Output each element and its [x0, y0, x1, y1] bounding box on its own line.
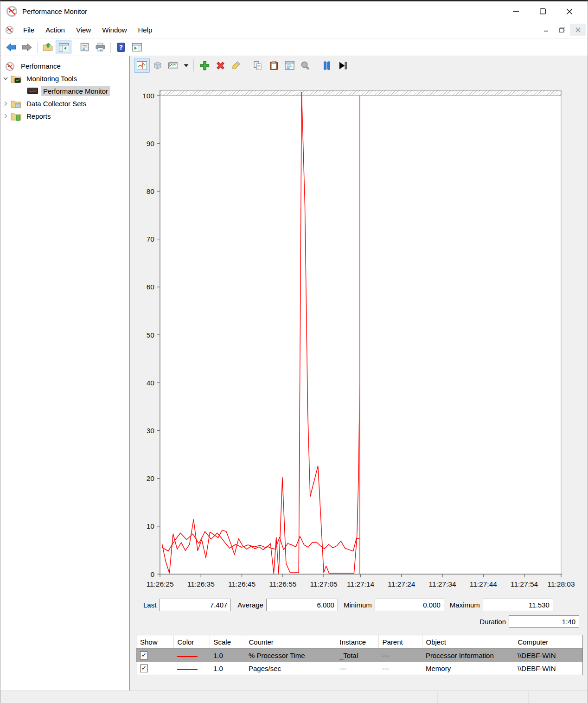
menu-window[interactable]: Window: [96, 23, 132, 37]
toolbar-separator: [110, 42, 111, 53]
main-toolbar: ?: [0, 38, 588, 56]
back-button[interactable]: [3, 40, 19, 54]
print-button[interactable]: [92, 40, 108, 54]
tree-item-label: Monitoring Tools: [25, 74, 79, 83]
cell-parent: ---: [378, 649, 422, 662]
minimum-value: 0.000: [375, 599, 444, 611]
close-button[interactable]: [556, 2, 583, 21]
menu-file[interactable]: File: [18, 23, 40, 37]
menu-view[interactable]: View: [70, 23, 96, 37]
minimize-button[interactable]: [502, 2, 529, 21]
tree-item-reports[interactable]: Reports: [0, 110, 129, 122]
maximize-button[interactable]: [529, 2, 556, 21]
graph-type-dropdown[interactable]: [181, 58, 191, 73]
paste-counter-list-button[interactable]: [266, 58, 281, 73]
update-data-button[interactable]: [335, 58, 351, 73]
last-value: 7.407: [159, 599, 231, 611]
up-one-level-button[interactable]: [40, 40, 56, 54]
cell-computer: \\DEBF-WIN: [514, 662, 582, 675]
y-tick-label: 90: [147, 140, 155, 147]
forward-button[interactable]: [19, 40, 35, 54]
performance-graph-icon: [27, 87, 38, 96]
copy-properties-button[interactable]: [250, 58, 266, 73]
counter-row[interactable]: ✓1.0% Processor Time_Total---Processor I…: [136, 649, 582, 662]
y-tick-label: 0: [150, 570, 154, 578]
title-bar: Performance Monitor: [0, 1, 588, 21]
freeze-display-button[interactable]: [319, 58, 335, 73]
y-tick-label: 20: [147, 474, 155, 482]
zoom-button[interactable]: [297, 58, 313, 73]
show-checkbox[interactable]: ✓: [140, 652, 148, 659]
menu-help[interactable]: Help: [132, 23, 158, 37]
menu-action[interactable]: Action: [40, 23, 70, 37]
tree-item-monitoring-tools[interactable]: Monitoring Tools: [0, 72, 129, 85]
tree-item-performance-monitor[interactable]: Performance Monitor: [0, 85, 129, 97]
minimum-label: Minimum: [344, 601, 372, 609]
duration-row: Duration 1:40: [143, 614, 579, 628]
show-hide-console-tree-button[interactable]: [56, 40, 71, 54]
cell-parent: ---: [378, 662, 422, 675]
y-tick-label: 60: [147, 283, 155, 291]
column-header-object[interactable]: Object: [422, 635, 514, 649]
x-tick-label: 11:26:25: [146, 580, 173, 588]
view-current-activity-button[interactable]: [134, 58, 150, 73]
highlight-button[interactable]: [228, 58, 244, 73]
x-tick-label: 11:27:05: [310, 580, 337, 588]
color-sample: [177, 655, 198, 658]
graph-area: 100908070605040302010011:26:2511:26:3511…: [132, 75, 588, 595]
cell-instance: _Total: [336, 649, 378, 662]
delete-counters-button[interactable]: [212, 58, 228, 73]
child-close-button[interactable]: [570, 24, 586, 36]
cell-computer: \\DEBF-WIN: [514, 649, 582, 662]
menu-bar: File Action View Window Help: [0, 21, 588, 38]
tree-item-label: Data Collector Sets: [25, 99, 88, 109]
status-segment: [437, 691, 528, 703]
y-tick-label: 70: [147, 235, 155, 243]
folder-collector-icon: [11, 99, 21, 109]
child-minimize-button[interactable]: [538, 24, 554, 36]
show-hide-action-pane-button[interactable]: [129, 40, 145, 54]
tree-item-data-collector-sets[interactable]: Data Collector Sets: [0, 97, 129, 110]
column-header-counter[interactable]: Counter: [245, 635, 336, 649]
y-tick-label: 50: [147, 331, 155, 339]
show-checkbox[interactable]: ✓: [140, 665, 148, 672]
column-header-color[interactable]: Color: [173, 635, 210, 649]
properties-button[interactable]: [77, 40, 92, 54]
plot-background: [160, 96, 561, 574]
counter-row[interactable]: ✓1.0Pages/sec------Memory\\DEBF-WIN: [136, 662, 582, 675]
change-graph-type-button[interactable]: [166, 58, 181, 73]
performance-graph[interactable]: 100908070605040302010011:26:2511:26:3511…: [132, 75, 588, 595]
add-counters-button[interactable]: [197, 58, 212, 73]
perfmon-gauge-icon: [5, 62, 16, 71]
average-value: 6.000: [266, 599, 338, 611]
hatch-band: [160, 90, 561, 96]
cell-counter: Pages/sec: [245, 662, 336, 675]
x-tick-label: 11:26:35: [187, 580, 215, 588]
svg-text:?: ?: [119, 44, 123, 51]
perfmon-app-icon-small: [5, 26, 14, 34]
column-header-instance[interactable]: Instance: [336, 635, 378, 649]
child-restore-button[interactable]: [554, 24, 570, 36]
chevron-right-icon[interactable]: [0, 101, 11, 106]
column-header-scale[interactable]: Scale: [210, 635, 245, 649]
help-button[interactable]: ?: [113, 40, 129, 54]
cell-scale: 1.0: [210, 662, 245, 675]
chart-toolbar: [132, 56, 588, 75]
counter-table: ShowColorScaleCounterInstanceParentObjec…: [136, 635, 583, 675]
x-tick-label: 11:27:34: [428, 580, 456, 588]
column-header-show[interactable]: Show: [136, 635, 173, 649]
view-log-data-button[interactable]: [150, 58, 166, 73]
column-header-parent[interactable]: Parent: [378, 635, 422, 649]
y-tick-label: 100: [142, 92, 154, 100]
chevron-right-icon[interactable]: [0, 114, 11, 119]
y-tick-label: 30: [147, 427, 155, 435]
window-title: Performance Monitor: [22, 7, 87, 15]
x-tick-label: 11:27:44: [470, 580, 498, 588]
tree-item-performance[interactable]: Performance: [0, 60, 129, 72]
chevron-down-icon[interactable]: [0, 77, 11, 80]
properties-button[interactable]: [281, 58, 297, 73]
toolbar-separator: [316, 59, 316, 71]
perfmon-pane: 100908070605040302010011:26:2511:26:3511…: [132, 56, 588, 693]
column-header-computer[interactable]: Computer: [514, 635, 582, 649]
x-tick-label: 11:26:55: [269, 580, 296, 588]
